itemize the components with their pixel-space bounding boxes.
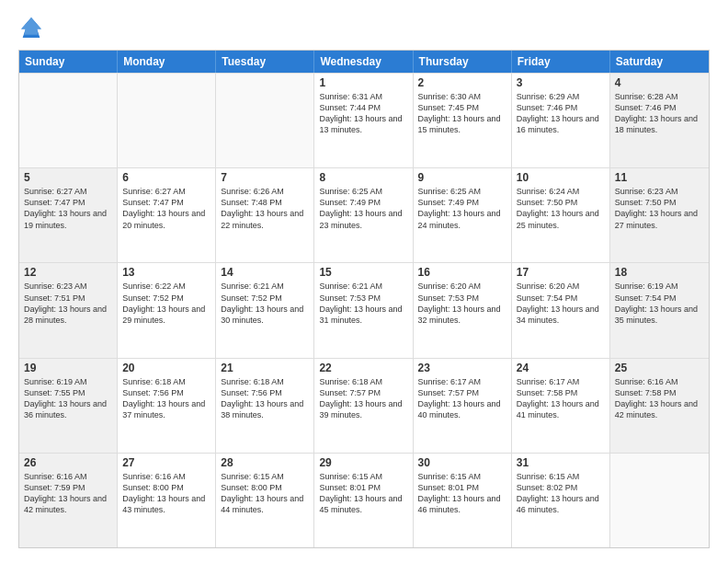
calendar-cell: 28Sunrise: 6:15 AM Sunset: 8:00 PM Dayli… — [216, 454, 314, 547]
day-number: 24 — [517, 362, 605, 374]
calendar-header: SundayMondayTuesdayWednesdayThursdayFrid… — [19, 51, 709, 73]
cell-info: Sunrise: 6:20 AM Sunset: 7:53 PM Dayligh… — [418, 282, 501, 324]
calendar-row-5: 26Sunrise: 6:16 AM Sunset: 7:59 PM Dayli… — [19, 453, 709, 547]
day-number: 2 — [418, 76, 506, 89]
day-number: 31 — [517, 456, 605, 469]
day-number: 5 — [24, 171, 112, 184]
day-header-friday: Friday — [512, 51, 610, 73]
cell-info: Sunrise: 6:15 AM Sunset: 8:01 PM Dayligh… — [319, 472, 402, 514]
calendar-cell: 8Sunrise: 6:25 AM Sunset: 7:49 PM Daylig… — [314, 168, 413, 262]
cell-info: Sunrise: 6:21 AM Sunset: 7:53 PM Dayligh… — [319, 282, 402, 324]
page: SundayMondayTuesdayWednesdayThursdayFrid… — [0, 0, 728, 563]
calendar-row-2: 5Sunrise: 6:27 AM Sunset: 7:47 PM Daylig… — [19, 167, 709, 262]
cell-info: Sunrise: 6:22 AM Sunset: 7:52 PM Dayligh… — [122, 282, 205, 324]
calendar-cell: 29Sunrise: 6:15 AM Sunset: 8:01 PM Dayli… — [314, 454, 413, 547]
cell-info: Sunrise: 6:23 AM Sunset: 7:50 PM Dayligh… — [615, 187, 698, 229]
calendar-cell — [610, 454, 709, 547]
cell-info: Sunrise: 6:27 AM Sunset: 7:47 PM Dayligh… — [122, 187, 205, 229]
cell-info: Sunrise: 6:17 AM Sunset: 7:57 PM Dayligh… — [418, 377, 501, 419]
day-number: 19 — [24, 362, 112, 374]
cell-info: Sunrise: 6:18 AM Sunset: 7:57 PM Dayligh… — [319, 377, 402, 419]
calendar-cell — [118, 74, 216, 167]
cell-info: Sunrise: 6:23 AM Sunset: 7:51 PM Dayligh… — [24, 282, 107, 324]
day-number: 27 — [122, 456, 210, 469]
day-number: 10 — [517, 171, 605, 184]
header — [18, 15, 710, 40]
calendar-cell: 15Sunrise: 6:21 AM Sunset: 7:53 PM Dayli… — [314, 263, 413, 357]
day-header-monday: Monday — [118, 51, 216, 73]
calendar-cell: 9Sunrise: 6:25 AM Sunset: 7:49 PM Daylig… — [414, 168, 512, 262]
calendar-cell: 27Sunrise: 6:16 AM Sunset: 8:00 PM Dayli… — [118, 454, 216, 547]
cell-info: Sunrise: 6:30 AM Sunset: 7:45 PM Dayligh… — [418, 92, 501, 134]
day-number: 16 — [418, 266, 506, 279]
cell-info: Sunrise: 6:26 AM Sunset: 7:48 PM Dayligh… — [221, 187, 303, 229]
day-number: 21 — [221, 362, 309, 374]
calendar-cell: 2Sunrise: 6:30 AM Sunset: 7:45 PM Daylig… — [414, 74, 512, 167]
day-number: 3 — [517, 76, 605, 89]
cell-info: Sunrise: 6:18 AM Sunset: 7:56 PM Dayligh… — [122, 377, 205, 419]
cell-info: Sunrise: 6:16 AM Sunset: 8:00 PM Dayligh… — [122, 472, 205, 514]
calendar-cell: 11Sunrise: 6:23 AM Sunset: 7:50 PM Dayli… — [610, 168, 709, 262]
calendar-cell: 17Sunrise: 6:20 AM Sunset: 7:54 PM Dayli… — [512, 263, 610, 357]
calendar-cell — [216, 74, 314, 167]
svg-marker-1 — [21, 17, 41, 35]
calendar-cell: 24Sunrise: 6:17 AM Sunset: 7:58 PM Dayli… — [512, 359, 610, 453]
day-number: 14 — [221, 266, 309, 279]
cell-info: Sunrise: 6:15 AM Sunset: 8:00 PM Dayligh… — [221, 472, 303, 514]
calendar-cell: 26Sunrise: 6:16 AM Sunset: 7:59 PM Dayli… — [19, 454, 118, 547]
cell-info: Sunrise: 6:15 AM Sunset: 8:01 PM Dayligh… — [418, 472, 501, 514]
day-number: 15 — [319, 266, 407, 279]
day-number: 28 — [221, 456, 309, 469]
calendar-cell: 4Sunrise: 6:28 AM Sunset: 7:46 PM Daylig… — [610, 74, 709, 167]
cell-info: Sunrise: 6:31 AM Sunset: 7:44 PM Dayligh… — [319, 92, 402, 134]
cell-info: Sunrise: 6:25 AM Sunset: 7:49 PM Dayligh… — [319, 187, 402, 229]
day-number: 13 — [122, 266, 210, 279]
day-header-thursday: Thursday — [414, 51, 512, 73]
cell-info: Sunrise: 6:29 AM Sunset: 7:46 PM Dayligh… — [517, 92, 599, 134]
cell-info: Sunrise: 6:28 AM Sunset: 7:46 PM Dayligh… — [615, 92, 698, 134]
day-number: 9 — [418, 171, 506, 184]
cell-info: Sunrise: 6:17 AM Sunset: 7:58 PM Dayligh… — [517, 377, 599, 419]
cell-info: Sunrise: 6:16 AM Sunset: 7:58 PM Dayligh… — [615, 377, 698, 419]
cell-info: Sunrise: 6:24 AM Sunset: 7:50 PM Dayligh… — [517, 187, 599, 229]
day-number: 6 — [122, 171, 210, 184]
calendar-cell: 7Sunrise: 6:26 AM Sunset: 7:48 PM Daylig… — [216, 168, 314, 262]
day-number: 22 — [319, 362, 407, 374]
cell-info: Sunrise: 6:16 AM Sunset: 7:59 PM Dayligh… — [24, 472, 107, 514]
calendar-cell: 22Sunrise: 6:18 AM Sunset: 7:57 PM Dayli… — [314, 359, 413, 453]
calendar-cell: 31Sunrise: 6:15 AM Sunset: 8:02 PM Dayli… — [512, 454, 610, 547]
calendar-body: 1Sunrise: 6:31 AM Sunset: 7:44 PM Daylig… — [19, 73, 709, 547]
cell-info: Sunrise: 6:25 AM Sunset: 7:49 PM Dayligh… — [418, 187, 501, 229]
day-number: 1 — [319, 76, 407, 89]
calendar: SundayMondayTuesdayWednesdayThursdayFrid… — [18, 50, 710, 548]
calendar-cell: 10Sunrise: 6:24 AM Sunset: 7:50 PM Dayli… — [512, 168, 610, 262]
calendar-row-1: 1Sunrise: 6:31 AM Sunset: 7:44 PM Daylig… — [19, 73, 709, 167]
calendar-cell: 18Sunrise: 6:19 AM Sunset: 7:54 PM Dayli… — [610, 263, 709, 357]
calendar-row-4: 19Sunrise: 6:19 AM Sunset: 7:55 PM Dayli… — [19, 358, 709, 453]
calendar-cell: 3Sunrise: 6:29 AM Sunset: 7:46 PM Daylig… — [512, 74, 610, 167]
cell-info: Sunrise: 6:27 AM Sunset: 7:47 PM Dayligh… — [24, 187, 107, 229]
day-number: 8 — [319, 171, 407, 184]
day-number: 7 — [221, 171, 309, 184]
cell-info: Sunrise: 6:18 AM Sunset: 7:56 PM Dayligh… — [221, 377, 303, 419]
day-number: 23 — [418, 362, 506, 374]
calendar-cell: 16Sunrise: 6:20 AM Sunset: 7:53 PM Dayli… — [414, 263, 512, 357]
day-number: 26 — [24, 456, 112, 469]
day-header-saturday: Saturday — [610, 51, 709, 73]
day-header-wednesday: Wednesday — [314, 51, 413, 73]
calendar-cell — [19, 74, 118, 167]
cell-info: Sunrise: 6:19 AM Sunset: 7:55 PM Dayligh… — [24, 377, 107, 419]
day-number: 4 — [615, 76, 704, 89]
day-header-tuesday: Tuesday — [216, 51, 314, 73]
day-number: 11 — [615, 171, 704, 184]
day-header-sunday: Sunday — [19, 51, 118, 73]
day-number: 20 — [122, 362, 210, 374]
logo — [18, 15, 48, 40]
calendar-cell: 13Sunrise: 6:22 AM Sunset: 7:52 PM Dayli… — [118, 263, 216, 357]
calendar-cell: 12Sunrise: 6:23 AM Sunset: 7:51 PM Dayli… — [19, 263, 118, 357]
calendar-cell: 14Sunrise: 6:21 AM Sunset: 7:52 PM Dayli… — [216, 263, 314, 357]
calendar-cell: 21Sunrise: 6:18 AM Sunset: 7:56 PM Dayli… — [216, 359, 314, 453]
calendar-cell: 30Sunrise: 6:15 AM Sunset: 8:01 PM Dayli… — [414, 454, 512, 547]
logo-icon — [18, 15, 44, 40]
calendar-cell: 5Sunrise: 6:27 AM Sunset: 7:47 PM Daylig… — [19, 168, 118, 262]
